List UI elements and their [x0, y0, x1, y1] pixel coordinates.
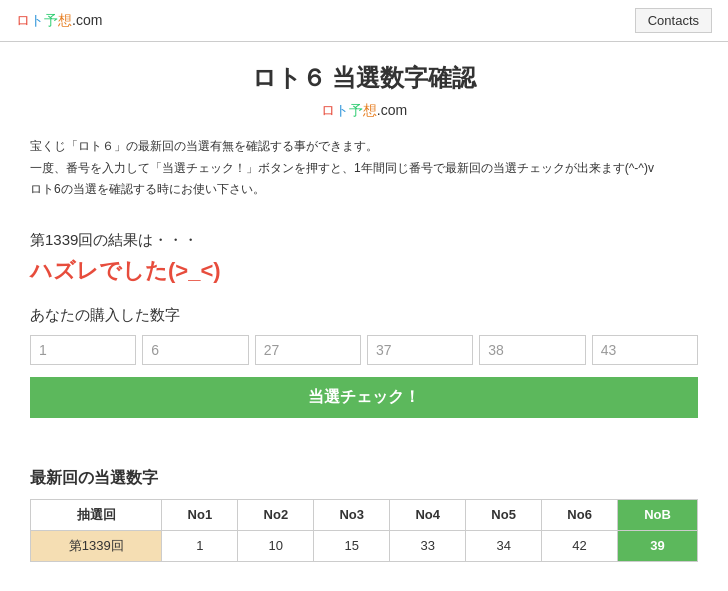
result-section: 第1339回の結果は・・・ ハズレでした(>_<): [30, 231, 698, 286]
cell-no1: 1: [162, 530, 238, 561]
col-header-no5: No5: [466, 499, 542, 530]
site-name-display: ロト予想.com: [30, 102, 698, 120]
latest-section: 最新回の当選数字 抽選回 No1 No2 No3 No4 No5 No6 NoB…: [30, 468, 698, 562]
col-header-no1: No1: [162, 499, 238, 530]
number-inputs-row: [30, 335, 698, 365]
page-title: ロト６ 当選数字確認: [30, 62, 698, 94]
number-input-4[interactable]: [367, 335, 473, 365]
table-header-row: 抽選回 No1 No2 No3 No4 No5 No6 NoB: [31, 499, 698, 530]
number-input-1[interactable]: [30, 335, 136, 365]
description-text: 宝くじ「ロト６」の最新回の当選有無を確認する事ができます。 一度、番号を入力して…: [30, 136, 698, 201]
check-button[interactable]: 当選チェック！: [30, 377, 698, 418]
number-input-2[interactable]: [142, 335, 248, 365]
col-header-nob: NoB: [618, 499, 698, 530]
cell-no6: 42: [542, 530, 618, 561]
cell-round: 第1339回: [31, 530, 162, 561]
col-header-no6: No6: [542, 499, 618, 530]
latest-section-title: 最新回の当選数字: [30, 468, 698, 489]
main-content: ロト６ 当選数字確認 ロト予想.com 宝くじ「ロト６」の最新回の当選有無を確認…: [0, 42, 728, 582]
result-status-text: ハズレでした(>_<): [30, 256, 698, 286]
contacts-button[interactable]: Contacts: [635, 8, 712, 33]
col-header-no4: No4: [390, 499, 466, 530]
cell-no5: 34: [466, 530, 542, 561]
col-header-round: 抽選回: [31, 499, 162, 530]
number-input-6[interactable]: [592, 335, 698, 365]
site-logo: ロト予想.com: [16, 12, 102, 30]
lottery-table: 抽選回 No1 No2 No3 No4 No5 No6 NoB 第1339回 1…: [30, 499, 698, 562]
cell-no3: 15: [314, 530, 390, 561]
result-round-text: 第1339回の結果は・・・: [30, 231, 698, 250]
col-header-no2: No2: [238, 499, 314, 530]
col-header-no3: No3: [314, 499, 390, 530]
cell-no4: 33: [390, 530, 466, 561]
cell-no2: 10: [238, 530, 314, 561]
table-row: 第1339回 1 10 15 33 34 42 39: [31, 530, 698, 561]
app-header: ロト予想.com Contacts: [0, 0, 728, 42]
input-section: あなたの購入した数字 当選チェック！: [30, 306, 698, 448]
input-section-label: あなたの購入した数字: [30, 306, 698, 325]
number-input-3[interactable]: [255, 335, 361, 365]
number-input-5[interactable]: [479, 335, 585, 365]
cell-nob: 39: [618, 530, 698, 561]
